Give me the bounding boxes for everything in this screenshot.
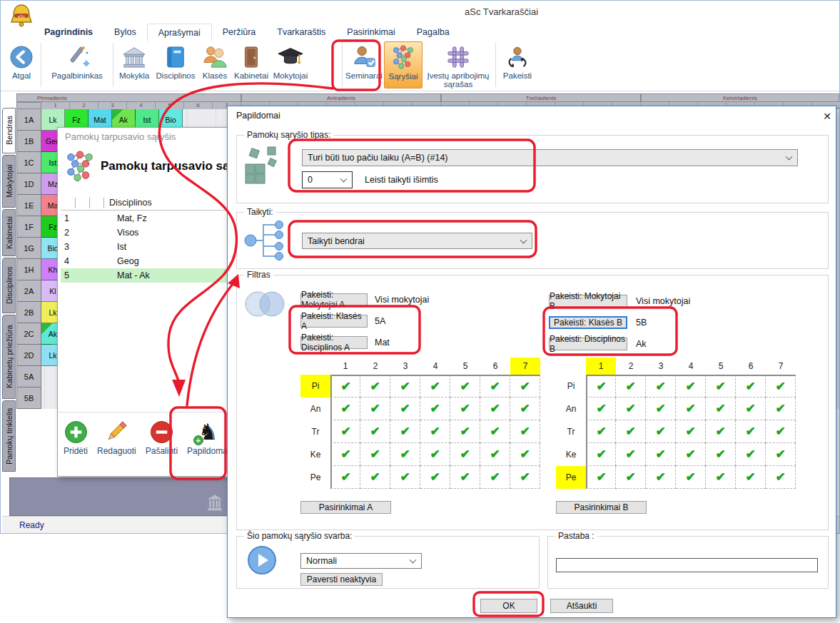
check-cell-a[interactable]: ✔ [360,375,390,397]
check-cell-a[interactable]: ✔ [420,375,450,397]
options-b-button[interactable]: Pasirinkimai B [556,501,647,514]
check-cell-b[interactable]: ✔ [736,375,766,397]
check-cell-a[interactable]: ✔ [330,420,360,443]
day-header-monday[interactable]: Pirmadienis [16,93,241,102]
remove-button[interactable]: Pašalinti [146,419,178,456]
period-header-b[interactable]: 6 [736,358,766,375]
period-header-b[interactable]: 1 [586,358,616,375]
class-label[interactable]: 2D [16,345,41,366]
period-header-b[interactable]: 7 [766,358,796,375]
check-cell-b[interactable]: ✔ [736,443,766,466]
check-cell-a[interactable]: ✔ [420,397,450,420]
day-label-b[interactable]: Pe [556,466,586,489]
check-cell-b[interactable]: ✔ [676,397,706,420]
period-header-a[interactable]: 1 [330,358,360,375]
tab-aprasymai[interactable]: Aprašymai [147,24,212,42]
advanced-button[interactable]: ♞+ Papildomai [187,419,229,456]
check-cell-a[interactable]: ✔ [330,375,360,397]
relations-button[interactable]: Sąryšiai [384,41,422,88]
sidebar-tab-bendras[interactable]: Bendras [2,108,16,153]
day-header-wednesday[interactable]: Trečiadienis [441,93,641,102]
check-cell-a[interactable]: ✔ [360,397,390,420]
check-cell-b[interactable]: ✔ [616,443,646,466]
check-cell-a[interactable]: ✔ [480,375,510,397]
check-cell-b[interactable]: ✔ [586,420,616,443]
class-label[interactable]: 1A [16,109,41,131]
wizard-button[interactable]: Pagalbininkas [43,41,111,88]
check-cell-a[interactable]: ✔ [510,397,540,420]
check-cell-b[interactable]: ✔ [676,443,706,466]
check-cell-b[interactable]: ✔ [676,375,706,397]
check-cell-a[interactable]: ✔ [420,466,450,489]
period-header[interactable]: 1 [41,102,70,109]
check-cell-b[interactable]: ✔ [706,420,736,443]
check-cell-a[interactable]: ✔ [510,420,540,443]
teachers-button[interactable]: Mokytojai [270,41,310,88]
exceptions-count-select[interactable]: 0 [302,171,353,188]
class-label[interactable]: 1F [16,216,41,238]
day-label-b[interactable]: An [556,397,586,420]
check-cell-b[interactable]: ✔ [646,397,676,420]
check-cell-b[interactable]: ✔ [736,397,766,420]
check-cell-b[interactable]: ✔ [646,466,676,489]
ok-button[interactable]: OK [480,599,537,613]
check-cell-a[interactable]: ✔ [390,466,420,489]
check-cell-a[interactable]: ✔ [480,397,510,420]
check-cell-b[interactable]: ✔ [706,443,736,466]
check-cell-a[interactable]: ✔ [330,466,360,489]
period-header-b[interactable]: 5 [706,358,736,375]
class-label[interactable]: 2C [16,323,41,345]
check-cell-b[interactable]: ✔ [766,466,796,489]
class-label[interactable]: 2B [16,302,41,323]
period-header-b[interactable]: 2 [616,358,646,375]
check-cell-a[interactable]: ✔ [360,420,390,443]
tab-pagalba[interactable]: Pagalba [406,24,460,42]
check-cell-b[interactable]: ✔ [586,443,616,466]
check-cell-a[interactable]: ✔ [420,443,450,466]
check-cell-a[interactable]: ✔ [360,466,390,489]
check-cell-a[interactable]: ✔ [390,397,420,420]
day-label-a[interactable]: Ke [300,443,330,466]
class-label[interactable]: 5A [16,366,41,388]
school-button[interactable]: Mokykla [115,41,153,88]
period-header-b[interactable]: 3 [646,358,676,375]
day-header-thursday[interactable]: Ketvirtadienis [641,93,839,102]
apply-mode-select[interactable]: Taikyti bendrai [302,233,532,249]
change-subjects-b-button[interactable]: Pakeisti: Disciplinos B [549,338,627,350]
check-cell-a[interactable]: ✔ [510,375,540,397]
class-label[interactable]: 1H [16,259,41,280]
day-label-b[interactable]: Pi [556,375,586,397]
sidebar-tab-pamoku-tinklelis[interactable]: Pamokų tinklelis [2,400,16,472]
period-header[interactable]: 6 [184,102,213,109]
period-header[interactable]: 3 [98,102,127,109]
check-cell-b[interactable]: ✔ [586,375,616,397]
check-cell-b[interactable]: ✔ [646,443,676,466]
check-cell-a[interactable]: ✔ [450,443,480,466]
sidebar-tab-mokytojai[interactable]: Mokytojai [2,155,16,208]
tab-bylos[interactable]: Bylos [103,24,147,42]
class-label[interactable]: 1D [16,173,41,195]
check-cell-b[interactable]: ✔ [586,397,616,420]
relation-type-select[interactable]: Turi būti tuo pačiu laiku (A=B) (#14) [302,149,798,166]
back-button[interactable]: Atgal [4,41,39,88]
check-cell-b[interactable]: ✔ [616,420,646,443]
period-header-a[interactable]: 2 [360,358,390,375]
period-header[interactable]: 5 [156,102,184,109]
class-label[interactable]: 5B [16,388,41,409]
day-label-a[interactable]: Pe [300,466,330,489]
check-cell-b[interactable]: ✔ [586,466,616,489]
tab-pagrindinis[interactable]: Pagrindinis [34,24,103,42]
day-label-b[interactable]: Ke [556,443,586,466]
check-cell-b[interactable]: ✔ [706,397,736,420]
check-cell-a[interactable]: ✔ [450,466,480,489]
period-header-a[interactable]: 4 [420,358,450,375]
check-cell-b[interactable]: ✔ [766,375,796,397]
deactivate-button[interactable]: Paversti neaktyvia [300,573,383,586]
check-cell-a[interactable]: ✔ [360,443,390,466]
check-cell-a[interactable]: ✔ [420,420,450,443]
check-cell-b[interactable]: ✔ [766,443,796,466]
sidebar-tab-disciplinos[interactable]: Disciplinos [2,258,16,313]
check-cell-a[interactable]: ✔ [450,375,480,397]
change-teachers-b-button[interactable]: Pakeisti: Mokytojai B [549,295,627,308]
seminars-button[interactable]: Seminarai [344,41,384,88]
